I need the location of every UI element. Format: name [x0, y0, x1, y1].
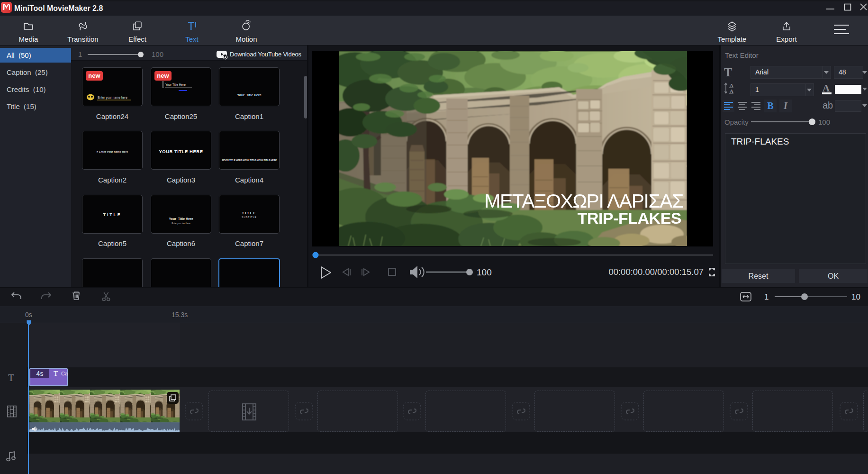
- svg-text:00:00:00.00/00:00:15.07: 00:00:00.00/00:00:15.07: [608, 267, 704, 277]
- svg-text:SUBTITLE: SUBTITLE: [242, 216, 257, 219]
- svg-text:YOUR TITLE HERE: YOUR TITLE HERE: [159, 149, 203, 154]
- svg-text:Enter your name here: Enter your name here: [98, 96, 127, 100]
- svg-text:# Enter your name here: # Enter your name here: [97, 150, 128, 153]
- svg-text:MOON TITLE HERE MOON TITLE MOO: MOON TITLE HERE MOON TITLE MOON TITLE HE…: [222, 159, 277, 162]
- svg-text:Your Title Here: Your Title Here: [237, 93, 261, 97]
- svg-text:Enter your text here: Enter your text here: [172, 222, 190, 225]
- svg-text:A: A: [730, 88, 733, 94]
- svg-text:TITLE: TITLE: [242, 211, 257, 215]
- svg-text:TRIP-FLAKES: TRIP-FLAKES: [578, 209, 681, 227]
- svg-text:A: A: [730, 82, 733, 88]
- svg-text:Your Title Here: Your Title Here: [169, 217, 193, 220]
- svg-text:Your Title Here: Your Title Here: [165, 83, 186, 86]
- svg-text:TITLE: TITLE: [103, 212, 122, 217]
- svg-text:100: 100: [477, 267, 492, 277]
